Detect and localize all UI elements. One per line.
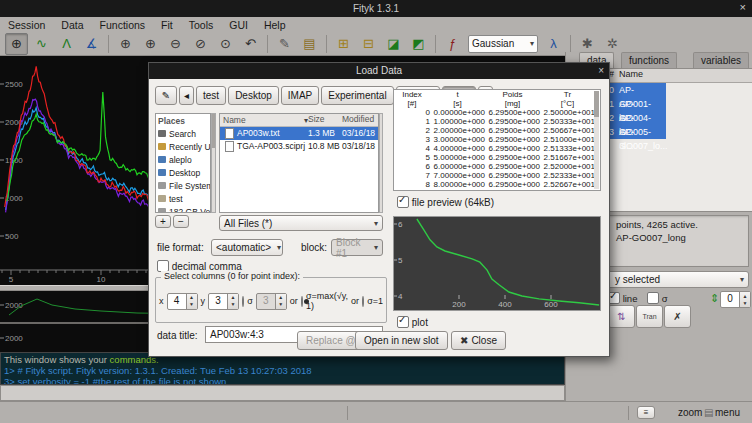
add-bookmark-button[interactable]: + [155, 215, 171, 228]
open-data-2-icon[interactable]: ⊟ [357, 33, 380, 55]
plot-checkbox[interactable] [397, 316, 409, 328]
file-preview-checkbox[interactable] [397, 196, 409, 208]
preview-cell: 8 [394, 180, 430, 189]
x-column-stepper[interactable]: 4▲▼ [167, 293, 198, 310]
preview-header-row: IndextPoidsTr [394, 90, 600, 99]
statusbar-extra-button[interactable]: ≡ [637, 406, 655, 419]
y-tick-label: 4 [398, 292, 403, 301]
file-preview-table[interactable]: IndextPoidsTr[#][s][mg][°C]00.00000e+000… [393, 89, 601, 191]
preview-plot[interactable]: 200400600654 [393, 216, 601, 311]
dialog-close-icon[interactable]: × [598, 63, 604, 79]
dialog-titlebar[interactable]: Load Data × [149, 63, 609, 79]
zoom-previous-icon[interactable]: ↶ [239, 33, 262, 55]
statusbar-zoom-button[interactable]: zoom [678, 407, 702, 418]
zoom-in-icon[interactable]: ⊕ [114, 33, 137, 55]
sigma-column-stepper[interactable]: 3▲▼ [256, 293, 287, 310]
crumb-test[interactable]: test [196, 86, 226, 105]
crumb-experimental[interactable]: Experimental [321, 86, 393, 105]
zoom-x-in-icon[interactable]: ⊕ [139, 33, 162, 55]
place-volume[interactable]: 182 GB Vol... [156, 205, 210, 213]
file-list[interactable]: Name▾SizeModified AP003w.txt1.3 MB03/16/… [219, 113, 379, 213]
file-list-scrollbar[interactable] [379, 113, 383, 213]
data-name-header[interactable]: Name [617, 69, 664, 82]
open-in-new-slot-button[interactable]: Open in new slot [355, 331, 448, 350]
file-row[interactable]: TGA-AP003.sciprj10.8 MB03/18/18 [220, 140, 378, 153]
menu-data[interactable]: Data [53, 19, 91, 31]
point-size-stepper[interactable]: 0▲▼ [720, 291, 751, 308]
delete-button[interactable]: ✗ [664, 305, 691, 328]
statusbar-menu-button[interactable]: menu [715, 407, 740, 418]
place-desktop[interactable]: Desktop [156, 166, 210, 179]
tab-variables[interactable]: variables [693, 52, 749, 68]
back-button[interactable]: ◂ [179, 86, 194, 105]
preview-unit: [s] [430, 99, 485, 108]
y-column-stepper[interactable]: 3▲▼ [208, 293, 239, 310]
preview-cell: 6.29500e+000 [485, 144, 540, 153]
place-recent[interactable]: Recently U... [156, 140, 210, 153]
mode-zoom-icon[interactable]: ⊕ [5, 33, 28, 55]
add-function-icon[interactable]: ƒ [441, 33, 464, 55]
preview-cell: 3 [394, 135, 430, 144]
file-format-dropdown[interactable]: <automatic>▾ [211, 239, 283, 256]
preview-cell: 2.52667e+001 [540, 180, 595, 189]
mode-add-peak-icon[interactable]: Λ [55, 33, 78, 55]
file-column-header-size[interactable]: Size [308, 114, 342, 126]
window-titlebar[interactable]: Fityk 1.3.1 × [0, 0, 752, 17]
preview-scrollbar[interactable] [594, 91, 599, 189]
place-home-aleplo[interactable]: aleplo [156, 153, 210, 166]
mode-data-range-icon[interactable]: ∿ [30, 33, 53, 55]
mode-activate-data-icon[interactable]: ∡ [80, 33, 103, 55]
define-function-icon[interactable]: λ [542, 33, 565, 55]
preview-cell: 8.00000e+000 [430, 180, 485, 189]
file-column-header-name[interactable]: Name▾ [220, 114, 308, 126]
sigma-checkbox[interactable] [647, 292, 659, 304]
places-scrollbar[interactable] [211, 113, 216, 213]
crumb-desktop[interactable]: Desktop [228, 86, 279, 105]
peak-type-select-value: Gaussian [472, 38, 514, 49]
menu-functions[interactable]: Functions [92, 19, 154, 31]
tab-functions[interactable]: functions [621, 52, 677, 68]
chevron-down-icon: ▾ [271, 243, 281, 252]
preview-cell: 6.29500e+000 [485, 108, 540, 117]
file-row[interactable]: AP003w.txt1.3 MB03/16/18 [220, 127, 378, 140]
sigma-one-radio[interactable] [362, 296, 364, 307]
preview-unit: [mg] [485, 99, 540, 108]
edit-script-icon[interactable]: ✎ [273, 33, 296, 55]
window-close-icon[interactable]: × [740, 1, 746, 13]
sigma-column-radio[interactable] [242, 296, 244, 307]
menu-help[interactable]: Help [256, 19, 294, 31]
zoom-y-icon[interactable]: ⊙ [214, 33, 237, 55]
preview-unit: [#] [394, 99, 430, 108]
block-dropdown[interactable]: Block #1▾ [331, 239, 383, 256]
place-bookmark-test[interactable]: test [156, 192, 210, 205]
edit-path-button[interactable]: ✎ [155, 86, 177, 105]
session-log-icon[interactable]: ▤ [298, 33, 321, 55]
save-plot-icon[interactable]: ◪ [382, 33, 405, 55]
crumb-imap[interactable]: IMAP [281, 86, 319, 105]
menu-session[interactable]: Session [0, 19, 53, 31]
sigma-max-radio[interactable] [301, 296, 303, 307]
shift-up-button[interactable]: ⇅ [608, 305, 635, 328]
edit-plot-icon[interactable]: ◩ [407, 33, 430, 55]
file-column-header-modified[interactable]: Modified [342, 114, 378, 126]
preview-cell: 2.51000e+001 [540, 135, 595, 144]
preview-cell: 2.52000e+001 [540, 162, 595, 171]
data-info-points: points, 4265 active. [616, 218, 748, 231]
menu-tools[interactable]: Tools [181, 19, 222, 31]
place-file-system[interactable]: File System [156, 179, 210, 192]
or-label: or [290, 296, 298, 306]
chevron-down-icon: ▾ [734, 275, 744, 284]
place-label: Desktop [169, 168, 200, 178]
file-filter-dropdown[interactable]: All Files (*)▾ [219, 215, 383, 231]
command-input[interactable] [0, 385, 565, 401]
zoom-out-icon[interactable]: ⊖ [164, 33, 187, 55]
menu-gui[interactable]: GUI [221, 19, 256, 31]
menu-fit[interactable]: Fit [153, 19, 181, 31]
remove-bookmark-button[interactable]: − [173, 215, 189, 228]
place-search[interactable]: Search [156, 127, 210, 140]
open-data-icon[interactable]: ⊞ [332, 33, 355, 55]
zoom-x-out-icon[interactable]: ⊘ [189, 33, 212, 55]
peak-type-select[interactable]: Gaussian▾ [468, 35, 538, 53]
transform-button[interactable]: Tran [636, 305, 663, 328]
close-button[interactable]: ✖ Close [451, 331, 506, 350]
